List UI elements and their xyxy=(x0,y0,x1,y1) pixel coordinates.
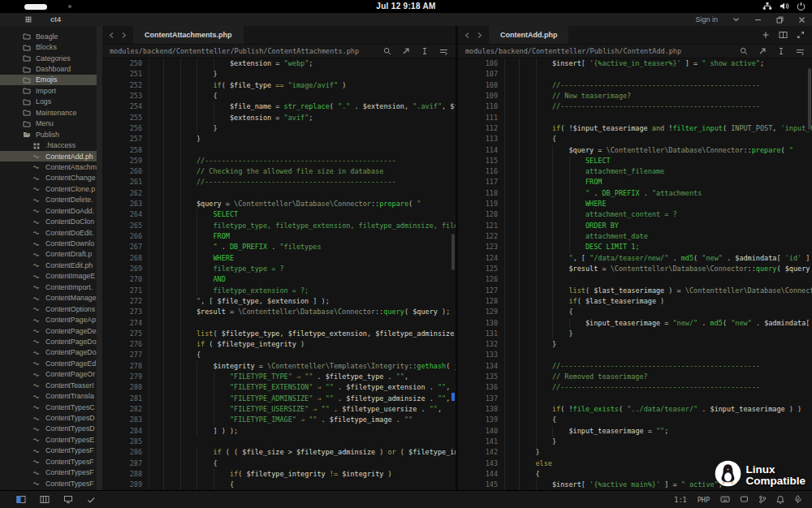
code-line-272[interactable]: 272", [ $file_type, $extension ] ); xyxy=(102,296,456,307)
tree-folder-publish[interactable]: Publish xyxy=(0,129,102,140)
code-editor-right[interactable]: 106$insert[ '{%active_in_teaser%}' ] = "… xyxy=(458,58,812,491)
code-line-258[interactable]: 258 xyxy=(102,145,456,156)
tree-file-contentdoedit[interactable]: ContentDoEdit. xyxy=(0,227,102,238)
code-line-111[interactable]: 111 xyxy=(458,113,812,123)
tree-folder-maintenance[interactable]: Maintenance xyxy=(0,107,102,118)
tree-file-contentdoclon[interactable]: ContentDoClon xyxy=(0,216,102,226)
code-line-286[interactable]: 286if ( ( $file_size > $filetype_adminsi… xyxy=(102,447,456,458)
code-line-141[interactable]: 141} xyxy=(458,437,812,447)
scrollbar-thumb-left[interactable] xyxy=(451,234,455,270)
code-line-133[interactable]: 133 xyxy=(458,350,812,360)
tree-folder-menu[interactable]: Menu xyxy=(0,118,102,129)
code-line-113[interactable]: 113{ xyxy=(458,134,812,144)
code-line-130[interactable]: 130$input_teaserimage = "new/" . md5( "n… xyxy=(458,318,812,329)
code-line-142[interactable]: 142} xyxy=(458,447,812,458)
code-line-137[interactable]: 137 xyxy=(458,394,812,404)
code-line-116[interactable]: 116attachment_filename xyxy=(458,166,812,177)
code-line-253[interactable]: 253{ xyxy=(102,91,456,101)
code-line-117[interactable]: 117FROM xyxy=(458,177,812,187)
code-line-119[interactable]: 119WHERE xyxy=(458,199,812,209)
branch-icon[interactable] xyxy=(758,495,767,504)
forward-icon[interactable] xyxy=(120,32,127,39)
restore-button[interactable] xyxy=(776,16,784,24)
tree-file-contentpageap[interactable]: ContentPageAp xyxy=(0,314,102,325)
close-button[interactable] xyxy=(798,16,806,24)
code-line-268[interactable]: 268WHERE xyxy=(102,253,456,264)
code-line-289[interactable]: 289{ xyxy=(102,480,456,490)
tree-file-contenttransla[interactable]: ContentTransla xyxy=(0,390,102,401)
forward-icon[interactable] xyxy=(476,32,483,39)
tree-folder-import[interactable]: Import xyxy=(0,85,102,96)
code-line-278[interactable]: 278$integrity = \Contentteller\Templates… xyxy=(102,361,456,372)
code-line-126[interactable]: 126 xyxy=(458,274,812,285)
breadcrumb-right[interactable]: modules/backend/Contentteller/Publish/Co… xyxy=(458,45,812,58)
code-line-125[interactable]: 125$result = \Contentteller\Database\Con… xyxy=(458,264,812,274)
code-editor-left[interactable]: 250$extension = "webp";251}252if( $file_… xyxy=(102,58,456,491)
wrap-icon[interactable] xyxy=(796,47,805,55)
code-line-283[interactable]: 283"FILETYPE_IMAGE" ⇒ "" . $filetype_ima… xyxy=(102,415,456,425)
tree-folder-emojis[interactable]: Emojis xyxy=(0,75,102,85)
code-line-277[interactable]: 277{ xyxy=(102,350,456,360)
tree-file-contentteaseri[interactable]: ContentTeaserI xyxy=(0,380,102,390)
add-icon[interactable] xyxy=(762,31,770,39)
code-line-254[interactable]: 254$file_name = str_replace( "." . $exte… xyxy=(102,101,456,112)
tree-file-contentpagedo[interactable]: ContentPageDo xyxy=(0,347,102,358)
cursor-position[interactable]: 1:1 xyxy=(674,496,686,504)
expand-icon[interactable] xyxy=(797,31,805,39)
code-line-263[interactable]: 263$query = \Contentteller\Database\Conn… xyxy=(102,199,456,209)
code-line-124[interactable]: 124", [ "/data/teaser/new/" . md5( "new"… xyxy=(458,253,812,264)
code-line-280[interactable]: 280"FILETYPE_EXTENSION" ⇒ "" . $filetype… xyxy=(102,382,456,393)
code-line-140[interactable]: 140$input_teaserimage = ""; xyxy=(458,426,812,437)
code-line-122[interactable]: 122attachment_date xyxy=(458,231,812,242)
code-line-285[interactable]: 285 xyxy=(102,437,456,447)
tree-file-contentimport[interactable]: ContentImport. xyxy=(0,282,102,292)
search-icon[interactable] xyxy=(740,47,748,55)
code-line-257[interactable]: 257} xyxy=(102,134,456,144)
goto-icon[interactable] xyxy=(758,47,767,55)
code-line-110[interactable]: 110//-----------------------------------… xyxy=(458,101,812,112)
code-line-273[interactable]: 273$result = \Contentteller\Database\Con… xyxy=(102,307,456,317)
panel-left-icon[interactable] xyxy=(16,495,26,504)
code-line-139[interactable]: 139{ xyxy=(458,415,812,425)
tree-file-contentattachm[interactable]: ContentAttachm xyxy=(0,161,102,172)
back-icon[interactable] xyxy=(464,32,471,39)
scrollbar-thumb-right[interactable] xyxy=(808,68,811,130)
code-line-269[interactable]: 269filetype_type = ? xyxy=(102,264,456,274)
tree-file-contentchange[interactable]: ContentChange xyxy=(0,173,102,183)
tree-file-htaccess[interactable]: .htaccess xyxy=(0,140,102,150)
tree-file-contentadd-ph[interactable]: ContentAdd.ph xyxy=(0,151,102,161)
code-line-108[interactable]: 108//-----------------------------------… xyxy=(458,80,812,91)
code-line-131[interactable]: 131} xyxy=(458,329,812,339)
code-line-129[interactable]: 129{ xyxy=(458,307,812,317)
code-line-250[interactable]: 250$extension = "webp"; xyxy=(102,58,456,69)
code-line-138[interactable]: 138if( !file_exists( "../data/teaser/" .… xyxy=(458,404,812,415)
code-line-107[interactable]: 107 xyxy=(458,69,812,80)
code-line-260[interactable]: 260// Checking the allowed file size in … xyxy=(102,166,456,177)
code-line-136[interactable]: 136//-----------------------------------… xyxy=(458,382,812,393)
remote-icon[interactable] xyxy=(63,495,73,504)
apps-grid-icon[interactable] xyxy=(24,15,32,24)
tree-file-contenttypesf[interactable]: ContentTypesF xyxy=(0,456,102,467)
tree-file-contenttypesc[interactable]: ContentTypesC xyxy=(0,402,102,412)
breadcrumb-left[interactable]: modules/backend/Contentteller/Publish/Co… xyxy=(102,45,456,58)
search-icon[interactable] xyxy=(383,47,391,55)
code-line-262[interactable]: 262 xyxy=(102,188,456,199)
back-icon[interactable] xyxy=(108,32,115,39)
code-line-123[interactable]: 123DESC LIMIT 1; xyxy=(458,242,812,252)
tree-file-contentdoadd[interactable]: ContentDoAdd. xyxy=(0,205,102,216)
tree-file-contenttypesd[interactable]: ContentTypesD xyxy=(0,412,102,423)
tree-file-contenttypesd[interactable]: ContentTypesD xyxy=(0,424,102,434)
tree-folder-logs[interactable]: Logs xyxy=(0,97,102,107)
code-line-120[interactable]: 120attachment_content = ? xyxy=(458,209,812,220)
language-mode[interactable]: PHP xyxy=(698,496,710,504)
code-line-255[interactable]: 255$extension = "avif"; xyxy=(102,113,456,123)
check-icon[interactable] xyxy=(87,496,96,504)
code-line-118[interactable]: 118" . DB_PREFIX . "attachments xyxy=(458,188,812,199)
goto-icon[interactable] xyxy=(402,47,410,55)
code-line-276[interactable]: 276if ( $filetype_integrity ) xyxy=(102,339,456,350)
code-line-132[interactable]: 132} xyxy=(458,339,812,350)
mic-icon[interactable] xyxy=(794,495,801,504)
screen-icon[interactable] xyxy=(740,495,749,504)
minimize-button[interactable] xyxy=(754,16,762,24)
code-line-265[interactable]: 265filetype_type, filetype_extension, fi… xyxy=(102,221,456,231)
